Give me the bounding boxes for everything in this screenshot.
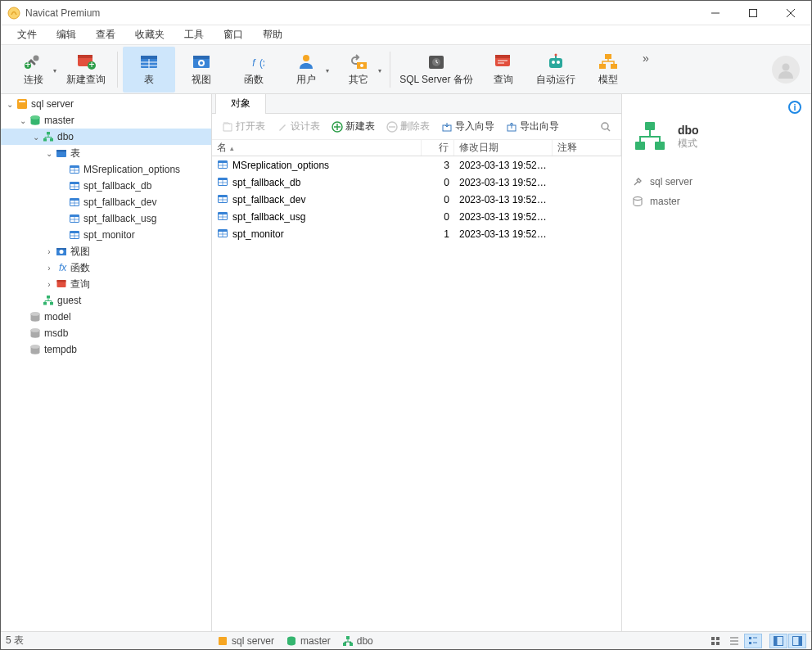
- crumb-schema[interactable]: dbo: [342, 635, 373, 647]
- table-row[interactable]: MSreplication_options32023-03-13 19:52:.…: [212, 156, 621, 174]
- op-import-wizard[interactable]: 导入向导: [436, 117, 499, 136]
- op-new-table[interactable]: 新建表: [327, 117, 380, 136]
- tree-item[interactable]: ·model: [1, 309, 211, 325]
- tree-item[interactable]: ›fx函数: [1, 260, 211, 276]
- panel-left-icon[interactable]: [769, 634, 787, 648]
- svg-rect-67: [70, 232, 79, 234]
- tree-arrow-icon[interactable]: ›: [43, 280, 55, 289]
- svg-rect-46: [43, 138, 47, 142]
- table-icon: [68, 212, 81, 225]
- tree-item[interactable]: ·spt_fallback_usg: [1, 210, 211, 227]
- svg-rect-126: [716, 642, 720, 645]
- svg-rect-39: [611, 64, 617, 69]
- tree-item[interactable]: ⌄dbo: [1, 129, 211, 145]
- other-icon: [348, 52, 369, 71]
- tree-arrow-icon[interactable]: ⌄: [17, 116, 29, 125]
- op-design-table[interactable]: 设计表: [272, 117, 325, 136]
- svg-point-92: [602, 123, 608, 129]
- table-row[interactable]: spt_fallback_dev02023-03-13 19:52:...: [212, 191, 621, 208]
- toolbar-model[interactable]: 模型: [582, 47, 634, 93]
- toolbar-overflow[interactable]: »: [639, 50, 652, 66]
- crumb-server[interactable]: sql server: [217, 635, 274, 647]
- chevron-down-icon: ▾: [53, 67, 56, 74]
- toolbar-backup[interactable]: SQL Server 备份: [395, 47, 477, 93]
- search-icon[interactable]: [595, 119, 616, 135]
- tree-item[interactable]: ⌄master: [1, 112, 211, 129]
- crumb-database[interactable]: master: [286, 635, 331, 647]
- tree-arrow-icon[interactable]: ⌄: [30, 133, 42, 142]
- panel-right-icon[interactable]: [788, 634, 806, 648]
- col-date[interactable]: 修改日期: [454, 140, 553, 156]
- toolbar-connect[interactable]: +连接▾: [7, 47, 60, 93]
- table-row[interactable]: spt_monitor12023-03-13 19:52:...: [212, 225, 621, 242]
- close-button[interactable]: [772, 1, 810, 25]
- toolbar-user[interactable]: 用户▾: [280, 47, 332, 93]
- model-icon: [598, 52, 619, 71]
- toolbar-table[interactable]: 表: [123, 47, 175, 93]
- op-open-table[interactable]: 打开表: [217, 117, 270, 136]
- view-icon: [191, 52, 212, 71]
- tree-item-label: msdb: [44, 327, 68, 339]
- tree-item[interactable]: ›视图: [1, 243, 211, 260]
- menu-file[interactable]: 文件: [7, 25, 47, 44]
- table-row[interactable]: spt_fallback_usg02023-03-13 19:52:...: [212, 208, 621, 225]
- svg-rect-75: [57, 280, 66, 282]
- menu-edit[interactable]: 编辑: [47, 25, 86, 44]
- toolbar-view[interactable]: 视图: [175, 47, 228, 93]
- view-detail-icon[interactable]: [744, 634, 762, 648]
- view-grid-icon[interactable]: [706, 634, 724, 648]
- tree-item[interactable]: ⌄表: [1, 145, 211, 161]
- col-note[interactable]: 注释: [553, 140, 621, 156]
- col-name[interactable]: 名: [212, 140, 422, 156]
- tree-arrow-icon[interactable]: ⌄: [43, 149, 55, 158]
- toolbar-new-query[interactable]: +新建查询: [60, 47, 112, 93]
- svg-point-80: [31, 312, 40, 316]
- tab-objects[interactable]: 对象: [215, 94, 266, 114]
- minimize-button[interactable]: [697, 1, 734, 25]
- object-tab-bar: 对象: [212, 94, 621, 114]
- tree-item[interactable]: ·MSreplication_options: [1, 161, 211, 178]
- svg-point-34: [557, 61, 560, 64]
- menu-help[interactable]: 帮助: [253, 25, 292, 44]
- info-icon[interactable]: i: [788, 101, 801, 114]
- table-list[interactable]: MSreplication_options32023-03-13 19:52:.…: [212, 156, 621, 631]
- tree-item[interactable]: ⌄sql server: [1, 96, 211, 112]
- maximize-button[interactable]: [734, 1, 772, 25]
- op-export-wizard[interactable]: 导出向导: [501, 117, 564, 136]
- tree-item-label: 查询: [70, 278, 90, 291]
- toolbar-automation[interactable]: 自动运行: [530, 47, 582, 93]
- tree-item[interactable]: ›查询: [1, 276, 211, 292]
- tree-arrow-icon[interactable]: ›: [43, 264, 55, 273]
- tree-item-label: sql server: [31, 98, 74, 110]
- tree-item[interactable]: ·spt_fallback_db: [1, 178, 211, 194]
- svg-rect-77: [43, 302, 47, 305]
- schema-name: dbo: [678, 124, 699, 137]
- view-list-icon[interactable]: [725, 634, 743, 648]
- tree-item[interactable]: ·tempdb: [1, 341, 211, 358]
- table-icon: [217, 176, 230, 189]
- toolbar-query[interactable]: 查询: [477, 47, 530, 93]
- schema-type: 模式: [678, 137, 699, 151]
- user-avatar[interactable]: [772, 56, 800, 84]
- table-row[interactable]: spt_fallback_db02023-03-13 19:52:...: [212, 174, 621, 191]
- connection-tree[interactable]: ⌄sql server⌄master⌄dbo⌄表·MSreplication_o…: [1, 94, 212, 631]
- tree-arrow-icon[interactable]: ⌄: [4, 100, 16, 109]
- tree-arrow-icon[interactable]: ›: [43, 247, 55, 256]
- backup-icon: [426, 52, 447, 71]
- menu-window[interactable]: 窗口: [214, 25, 253, 44]
- menu-view[interactable]: 查看: [86, 25, 125, 44]
- tree-item[interactable]: ·spt_fallback_dev: [1, 194, 211, 210]
- toolbar-other[interactable]: 其它▾: [332, 47, 385, 93]
- row-date: 2023-03-13 19:52:...: [454, 160, 553, 171]
- table-list-header: 名 行 修改日期 注释: [212, 140, 621, 156]
- op-delete-table[interactable]: 删除表: [381, 117, 435, 136]
- db-off-icon: [29, 310, 42, 323]
- toolbar-function[interactable]: f(x)函数: [228, 47, 280, 93]
- tree-item[interactable]: ·guest: [1, 292, 211, 309]
- tree-item[interactable]: ·msdb: [1, 325, 211, 341]
- tree-item[interactable]: ·spt_monitor: [1, 227, 211, 243]
- menu-tools[interactable]: 工具: [174, 25, 214, 44]
- menu-favorites[interactable]: 收藏夹: [125, 25, 174, 44]
- svg-rect-72: [56, 248, 66, 250]
- col-rows[interactable]: 行: [422, 140, 454, 156]
